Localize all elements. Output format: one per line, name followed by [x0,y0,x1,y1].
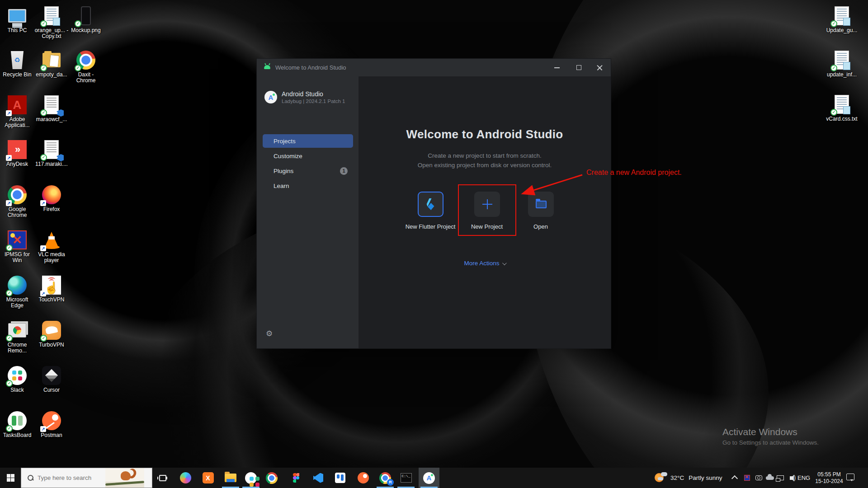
tray-camera[interactable] [753,468,764,488]
taskbar-app-android-studio[interactable]: A [419,468,439,488]
sync-check-icon: ✓ [40,335,47,342]
desktop-icon-vlc[interactable]: ↗ VLC media player [34,230,69,263]
sidebar-item-customize[interactable]: Customize [263,149,353,163]
desktop-icon-edge[interactable]: ✓ Microsoft Edge [0,275,34,309]
desktop-icon-update-gu[interactable]: ✓ Update_gu... [825,5,859,33]
taskbar-app-vscode[interactable] [308,468,329,488]
welcome-subtitle-1: Create a new project to start from scrat… [359,152,611,159]
desktop-icon-update-inf[interactable]: ✓ update_inf... [825,50,859,78]
start-button[interactable] [0,468,21,488]
sync-check-icon: ✓ [40,154,47,161]
sync-check-icon: ✓ [830,65,837,71]
more-actions-link[interactable]: More Actions [359,260,611,267]
icon-label: orange_up... - Copy.txt [34,28,69,39]
desktop-icon-touchvpn[interactable]: ☝↗ TouchVPN [34,275,69,303]
taskbar-app-chrome-profile[interactable]: R [375,468,396,488]
maximize-button[interactable] [568,59,589,76]
search-icon [28,475,33,481]
close-button[interactable] [589,59,610,76]
trello-icon [335,473,345,483]
sidebar-item-label: Plugins [274,168,293,174]
task-view-button[interactable] [152,468,173,488]
window-titlebar[interactable]: Welcome to Android Studio [257,59,611,76]
taskbar-clock[interactable]: 05:55 PM 15-10-2024 [813,468,845,488]
welcome-heading: Welcome to Android Studio [359,127,611,141]
icon-label: Cursor [43,387,60,393]
sync-check-icon: ✓ [6,425,13,432]
desktop-icon-daxit-chrome[interactable]: ✓ Daxit - Chrome [69,50,103,84]
taskbar-app-slack[interactable] [241,468,261,488]
taskbar-app-figma[interactable] [286,468,307,488]
tray-onedrive[interactable] [764,468,775,488]
icon-label: Chrome Remo... [0,342,34,354]
desktop-icon-tasksboard[interactable]: ✓ TasksBoard [0,410,34,438]
icon-label: Google Chrome [0,206,34,218]
sidebar-item-projects[interactable]: Projects [263,134,353,148]
desktop-icon-orange-up-copy-txt[interactable]: ✓ orange_up... - Copy.txt [34,5,69,39]
weather-temperature: 32°C [670,474,684,481]
taskbar-weather[interactable]: 32°CPartly sunny [655,468,722,488]
sync-check-icon: ✓ [40,109,47,116]
icon-label: 117.maraki.... [35,161,68,167]
folder-icon [536,201,547,208]
taskbar-app-copilot[interactable] [175,468,196,488]
taskbar-app-file-explorer[interactable] [220,468,241,488]
shortcut-arrow-icon: ↗ [40,426,46,432]
desktop-icon-ipmsg[interactable]: ✓ IPMSG for Win [0,230,34,263]
search-input[interactable] [38,474,105,481]
taskbar-app-xampp[interactable]: X [198,468,218,488]
minimize-button[interactable] [547,59,567,76]
file-explorer-icon [225,474,236,482]
cursor-icon [42,366,61,385]
desktop-icon-adobe[interactable]: A↗ Adobe Applicati... [0,94,34,128]
tray-expand-chevron-icon[interactable] [732,475,737,479]
taskbar-app-postman[interactable] [353,468,373,488]
desktop-icon-firefox[interactable]: ↗ Firefox [34,184,69,212]
shortcut-arrow-icon: ↗ [40,200,46,206]
app-name: Android Studio [282,90,323,98]
icon-label: empoty_da... [36,72,67,78]
icon-label: Firefox [43,206,60,212]
desktop-icon-vcard-css[interactable]: ✓ vCard.css.txt [825,94,859,122]
terminal-icon: C:\_ [401,473,412,483]
taskbar-search[interactable] [21,468,152,488]
desktop-icon-this-pc[interactable]: This PC [0,5,34,33]
shortcut-arrow-icon: ↗ [6,110,12,116]
desktop-icon-empoty-da[interactable]: ✓ empoty_da... [34,50,69,78]
language-indicator[interactable]: ENG [797,468,810,488]
icon-label: Recycle Bin [3,72,31,78]
notification-center-icon[interactable] [846,474,854,480]
icon-label: TurboVPN [39,342,64,348]
desktop-icon-postman[interactable]: ↗ Postman [34,410,69,438]
desktop-icon-google-chrome[interactable]: ↗ Google Chrome [0,184,34,218]
sidebar-item-label: Customize [274,153,302,160]
open-project-button[interactable] [528,192,554,217]
desktop-icon-turbovpn[interactable]: ✓ TurboVPN [34,320,69,348]
tray-display[interactable] [775,468,786,488]
desktop-icon-117-maraki[interactable]: ✓ 117.maraki.... [34,139,69,167]
desktop-icon-mockup-png[interactable]: ✓ Mockup.png [69,5,103,33]
new-flutter-project-button[interactable] [418,192,443,217]
welcome-subtitle-2: Open existing project from disk or versi… [359,162,611,169]
sidebar-item-plugins[interactable]: Plugins 1 [263,164,353,178]
windows-logo-icon [7,474,14,482]
sync-check-icon: ✓ [40,20,47,27]
taskbar-app-trello[interactable] [330,468,350,488]
desktop-icon-chrome-remote[interactable]: ✓ Chrome Remo... [0,320,34,354]
icon-label: maraowcf_... [36,117,67,122]
sidebar-item-learn[interactable]: Learn [263,179,353,192]
desktop-icon-maraowcf[interactable]: ✓ maraowcf_... [34,94,69,122]
desktop-icon-slack[interactable]: ✓ Slack [0,365,34,393]
settings-gear-icon[interactable]: ⚙ [266,329,273,338]
tray-volume[interactable] [786,468,797,488]
taskbar-app-terminal[interactable]: C:\_ [396,468,416,488]
shortcut-arrow-icon: ↗ [6,155,12,161]
open-label: Open [523,223,559,230]
desktop-icon-anydesk[interactable]: »↗ AnyDesk [0,139,34,167]
icon-label: update_inf... [827,72,857,78]
desktop-icon-cursor[interactable]: Cursor [34,365,69,393]
sync-check-icon: ✓ [6,244,13,251]
tray-ipmsg[interactable] [741,468,752,488]
desktop-icon-recycle-bin[interactable]: Recycle Bin [0,50,34,78]
taskbar-app-chrome[interactable] [261,468,282,488]
